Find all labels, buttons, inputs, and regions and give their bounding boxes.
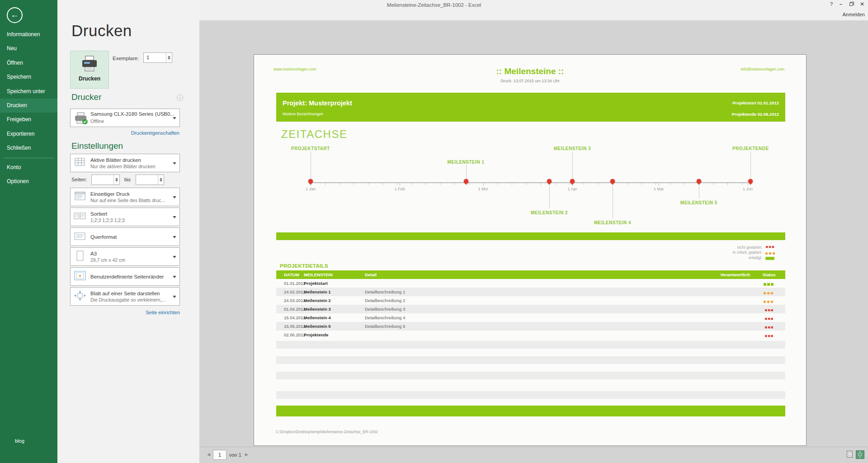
setting-title: Einseitiger Druck — [90, 191, 170, 197]
copies-stepper[interactable]: 1 — [143, 52, 172, 63]
minimize-button[interactable]: – — [837, 1, 845, 8]
table-header-row: DATUMMEILENSTEINDetailVerantwortlichStat… — [276, 270, 785, 279]
copies-down-arrow[interactable] — [166, 58, 172, 63]
pages-from-down-arrow[interactable] — [114, 180, 120, 185]
printer-select[interactable]: Samsung CLX-3180 Series (USB0... Offline — [70, 109, 180, 127]
pages-from-stepper[interactable] — [91, 175, 120, 185]
cell-detail: Detailbeschreibung 3 — [365, 307, 689, 312]
svg-text:★: ★ — [78, 274, 82, 278]
cell-status — [753, 288, 785, 296]
milestone-label: MEILENSTEIN 5 — [680, 200, 717, 205]
empty-row-stripe — [276, 356, 785, 364]
setting-dropdown-scale[interactable]: Blatt auf einer Seite darstellenDie Druc… — [70, 287, 180, 306]
pages-to-up-arrow[interactable] — [158, 175, 164, 180]
cell-milestone: Meilenstein 1 — [304, 289, 365, 294]
blog-link[interactable]: blog — [15, 438, 24, 444]
project-end: Projektende 02.06.2012 — [731, 112, 779, 117]
sidebar-item-neu[interactable]: Neu — [0, 42, 57, 56]
copies-value[interactable]: 1 — [146, 53, 165, 62]
sidebar-item-schlieen[interactable]: Schließen — [0, 141, 57, 155]
printer-properties-link[interactable]: Druckereigenschaften — [131, 130, 179, 136]
sidebar-item-drucken[interactable]: Drucken — [0, 99, 57, 113]
zoom-to-page-toggle-icon[interactable] — [856, 450, 864, 459]
info-icon[interactable]: i — [177, 94, 183, 101]
setting-dropdown-landscape[interactable]: Querformat — [70, 227, 180, 246]
back-button[interactable]: ← — [7, 7, 23, 23]
previous-page-button[interactable]: ◀ — [207, 452, 210, 457]
timeline-minor-tick — [555, 183, 556, 185]
sign-in-link[interactable]: Anmelden — [842, 12, 865, 17]
timeline-minor-tick — [382, 183, 383, 185]
milestone-leader-line — [311, 151, 311, 180]
setting-subtitle: Nur auf eine Seite des Blatts druc... — [90, 198, 170, 203]
setting-dropdown-margins[interactable]: ★Benutzerdefinierte Seitenränder — [70, 267, 180, 286]
arrow-left-icon: ← — [10, 10, 19, 19]
cell-milestone: Meilenstein 4 — [304, 315, 365, 320]
table-row: 24.02.2012Meilenstein 1Detailbeschreibun… — [276, 288, 785, 296]
status-inprogress-icon — [764, 297, 774, 304]
milestone-marker-icon — [462, 178, 469, 184]
milestone-marker-icon — [747, 178, 754, 184]
show-margins-toggle-icon[interactable] — [846, 450, 854, 458]
close-button[interactable]: ✕ — [858, 1, 866, 8]
cell-date: 01.01.2012 — [276, 281, 304, 286]
sidebar-item-informationen[interactable]: Informationen — [0, 28, 57, 42]
excel-backstage-print: Meilensteine-Zeitachse_BR-1002 - Excel ?… — [0, 0, 868, 463]
status-done-icon — [764, 279, 774, 287]
cell-milestone: Projektende — [304, 332, 365, 337]
sidebar-item-konto[interactable]: Konto — [0, 161, 57, 175]
milestone-marker-icon — [696, 178, 702, 184]
timeline-month-label: 1 Mai — [654, 187, 664, 191]
setting-subtitle: Nur die aktiven Blätter drucken — [90, 164, 170, 169]
pages-to-stepper[interactable] — [136, 175, 164, 185]
sidebar-item-freigeben[interactable]: Freigeben — [0, 113, 57, 127]
cell-date: 15.04.2012 — [276, 315, 304, 320]
sidebar-item-optionen[interactable]: Optionen — [0, 175, 57, 189]
pages-to-down-arrow[interactable] — [158, 180, 164, 185]
sidebar-item-ffnen[interactable]: Öffnen — [0, 56, 57, 70]
page-title: Drucken — [71, 22, 132, 40]
project-subtitle: Weitere Bezeichnungen — [283, 112, 323, 116]
pages-to-value[interactable] — [139, 175, 157, 184]
next-page-button[interactable]: ▶ — [245, 452, 248, 457]
page-setup-link[interactable]: Seite einrichten — [70, 310, 180, 315]
collate-icon — [73, 211, 87, 223]
project-start: Projektstart 01.01.2012 — [732, 100, 779, 105]
column-header: Status — [753, 272, 785, 277]
print-button[interactable]: Drucken — [70, 51, 109, 89]
pages-from-value[interactable] — [94, 175, 113, 184]
details-section-title: PROJEKTDETAILS — [280, 263, 328, 269]
timeline-minor-tick — [498, 183, 498, 185]
page-number-input[interactable]: 1 — [213, 450, 226, 460]
sidebar-item-speichernunter[interactable]: Speichern unter — [0, 85, 57, 99]
pages-from-up-arrow[interactable] — [114, 175, 120, 180]
milestone-marker-icon — [609, 178, 616, 184]
setting-dropdown-sheet[interactable]: Aktive Blätter druckenNur die aktiven Bl… — [70, 154, 180, 172]
setting-dropdown-collate[interactable]: Sortiert1;2;3 1;2;3 1;2;3 — [70, 208, 180, 226]
print-preview-area: www.meinevorlagen.com info@meinevorlagen… — [199, 20, 868, 463]
timeline-month-label: 1 Feb — [395, 187, 405, 191]
landscape-icon — [73, 231, 87, 243]
milestone-label: MEILENSTEIN 4 — [594, 220, 631, 225]
chevron-down-icon — [173, 216, 176, 220]
scale-icon — [73, 290, 87, 303]
project-details-table: DATUMMEILENSTEINDetailVerantwortlichStat… — [276, 270, 785, 339]
sidebar-item-speichern[interactable]: Speichern — [0, 70, 57, 84]
timeline-month-tick — [400, 183, 400, 186]
copies-up-arrow[interactable] — [166, 53, 172, 58]
timeline-month-tick — [748, 183, 748, 186]
chevron-down-icon — [173, 117, 176, 121]
setting-dropdown-paper[interactable]: A329,7 cm x 42 cm — [70, 247, 180, 266]
timeline-minor-tick — [340, 183, 340, 185]
setting-dropdown-duplex[interactable]: Einseitiger DruckNur auf eine Seite des … — [70, 188, 180, 206]
sidebar-item-exportieren[interactable]: Exportieren — [0, 127, 57, 141]
status-notstarted-icon: ✖✖✖ — [764, 317, 774, 321]
setting-title: Aktive Blätter drucken — [90, 157, 170, 163]
help-button[interactable]: ? — [827, 1, 835, 8]
printer-status: Offline — [90, 118, 104, 124]
status-legend: nicht gestartet✖✖✖in Arbeit, geplanterle… — [733, 245, 776, 260]
timeline-minor-tick — [425, 183, 426, 185]
cell-milestone: Projektstart — [304, 281, 365, 286]
table-row: 01.04.2012Meilenstein 3Detailbeschreibun… — [276, 305, 785, 313]
restore-button[interactable] — [847, 1, 855, 8]
